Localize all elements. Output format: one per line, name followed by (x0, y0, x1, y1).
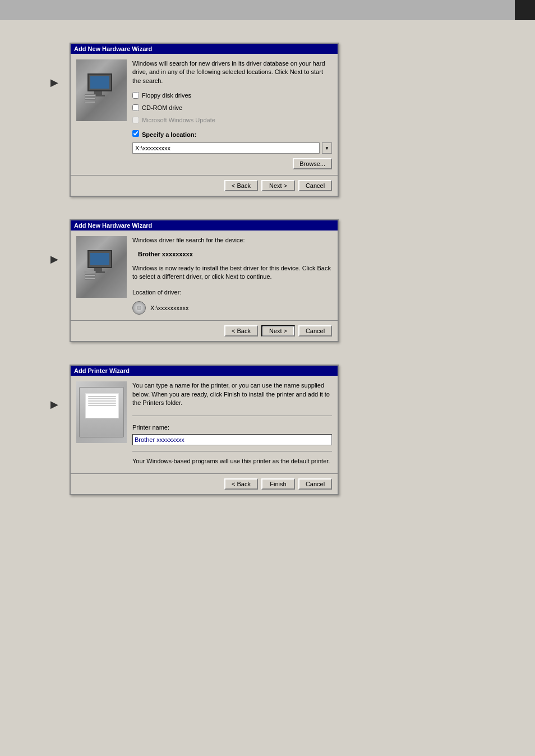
disk3b (85, 278, 96, 280)
floppy-checkbox[interactable] (132, 92, 139, 99)
divider2 (132, 451, 332, 451)
step3-back-button[interactable]: < Back (224, 478, 258, 490)
dropdown-arrow-icon[interactable]: ▼ (322, 142, 332, 154)
printer-icon (79, 387, 124, 437)
step1-content: Windows will search for new drivers in i… (132, 59, 332, 169)
step1-back-button[interactable]: < Back (224, 180, 258, 191)
header-black-block (515, 0, 535, 20)
computer-icon2 (82, 250, 121, 284)
location-row: ▼ (132, 142, 332, 154)
divider1 (132, 416, 332, 416)
paper-line3 (88, 400, 116, 402)
device-name: Brother xxxxxxxxx (138, 251, 332, 257)
cd-drive-icon (132, 301, 146, 315)
paper-line2 (88, 398, 116, 399)
step1-title: Add New Hardware Wizard (74, 45, 152, 52)
disk-stack (85, 94, 96, 104)
step2-dialog: Add New Hardware Wizard (70, 219, 339, 342)
disk1b (85, 271, 96, 273)
step2-body: Windows driver file search for the devic… (71, 231, 338, 320)
floppy-label: Floppy disk drives (142, 92, 191, 99)
disk3 (85, 101, 96, 103)
paper-lines (86, 394, 118, 409)
top-header (0, 0, 535, 20)
step3-row: ▶ Add Printer Wizard (17, 365, 518, 495)
monitor-screen2 (90, 253, 109, 265)
floppy-checkbox-row: Floppy disk drives (132, 92, 332, 99)
step1-body: Windows will search for new drivers in i… (71, 54, 338, 175)
specify-checkbox[interactable] (132, 130, 139, 137)
cdrom-checkbox-row: CD-ROM drive (132, 104, 332, 111)
step3-body: You can type a name for the printer, or … (71, 376, 338, 473)
step2-footer: < Back Next > Cancel (71, 320, 338, 341)
step2-back-button[interactable]: < Back (224, 325, 258, 336)
driver-location-text: X:\xxxxxxxxxx (150, 305, 188, 311)
step1-next-button[interactable]: Next > (261, 180, 295, 191)
step1-cancel-button[interactable]: Cancel (298, 180, 332, 191)
step1-dialog: Add New Hardware Wizard (70, 43, 339, 197)
page-content: ▶ Add New Hardware Wizard (0, 20, 535, 518)
step3-description: You can type a name for the printer, or … (132, 381, 332, 407)
computer-icon (82, 73, 121, 107)
step1-footer: < Back Next > Cancel (71, 175, 338, 196)
specify-label: Specify a location: (142, 131, 196, 138)
location-of-driver-label: Location of driver: (132, 289, 332, 296)
cdrom-label: CD-ROM drive (142, 104, 182, 111)
step3-content: You can type a name for the printer, or … (132, 381, 332, 468)
step1-row: ▶ Add New Hardware Wizard (17, 43, 518, 197)
msupdate-checkbox (132, 117, 139, 123)
default-printer-text: Your Windows-based programs will use thi… (132, 457, 332, 465)
printer-paper (85, 393, 119, 418)
disk2b (85, 274, 96, 276)
disk2 (85, 98, 96, 100)
printer-name-label: Printer name: (132, 424, 332, 431)
step2-arrow: ▶ (50, 253, 58, 265)
browse-button[interactable]: Browse... (293, 158, 332, 169)
monitor-body2 (87, 250, 112, 268)
driver-location-row: X:\xxxxxxxxxx (132, 301, 332, 315)
step1-titlebar: Add New Hardware Wizard (71, 44, 338, 54)
step2-row: ▶ Add New Hardware Wizard (17, 219, 518, 342)
step2-content: Windows driver file search for the devic… (132, 236, 332, 315)
paper-line5 (88, 405, 116, 406)
step3-image (76, 381, 127, 443)
step2-image (76, 236, 127, 298)
step3-dialog: Add Printer Wizard (70, 365, 339, 495)
step3-footer: < Back Finish Cancel (71, 473, 338, 494)
step2-desc-top: Windows driver file search for the devic… (132, 236, 332, 245)
step3-finish-button[interactable]: Finish (261, 478, 295, 490)
step2-cancel-button[interactable]: Cancel (298, 325, 332, 336)
paper-line4 (88, 403, 116, 404)
step2-title: Add New Hardware Wizard (74, 222, 152, 229)
monitor-body (87, 73, 112, 91)
msupdate-label: Microsoft Windows Update (142, 117, 215, 123)
step2-desc-bottom: Windows is now ready to install the best… (132, 264, 332, 282)
specify-checkbox-row: Specify a location: (132, 129, 332, 138)
step2-titlebar: Add New Hardware Wizard (71, 220, 338, 231)
step3-arrow: ▶ (50, 398, 58, 411)
cd-inner (137, 306, 141, 310)
printer-name-input[interactable] (132, 434, 332, 445)
cdrom-checkbox[interactable] (132, 104, 139, 111)
step1-arrow: ▶ (50, 76, 58, 89)
disk1 (85, 94, 96, 96)
step3-title: Add Printer Wizard (74, 367, 130, 374)
step1-description: Windows will search for new drivers in i… (132, 59, 332, 85)
step3-cancel-button[interactable]: Cancel (298, 478, 332, 490)
disk-stack2 (85, 271, 96, 281)
step1-image (76, 59, 127, 121)
step3-titlebar: Add Printer Wizard (71, 366, 338, 376)
step2-next-button[interactable]: Next > (261, 325, 295, 336)
location-input[interactable] (132, 142, 320, 154)
msupdate-checkbox-row: Microsoft Windows Update (132, 117, 332, 123)
browse-btn-row: Browse... (132, 158, 332, 169)
monitor-screen (90, 76, 109, 89)
paper-line1 (88, 396, 116, 397)
